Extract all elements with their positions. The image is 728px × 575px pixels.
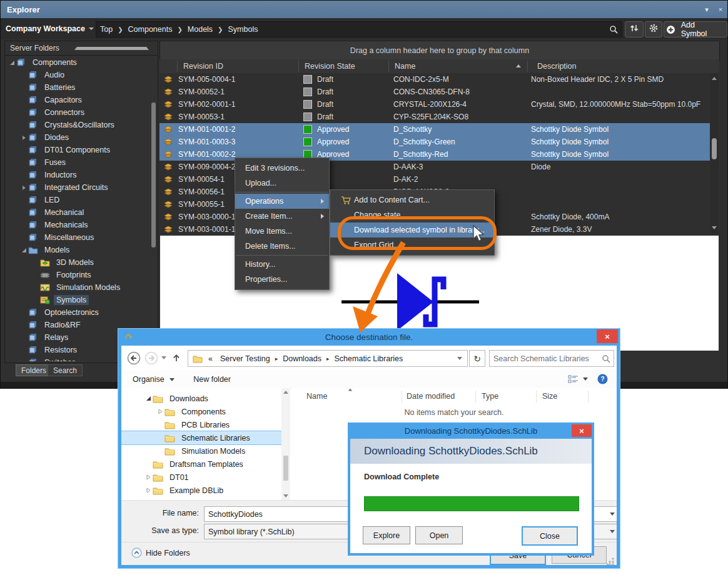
- column-description[interactable]: Description: [532, 59, 712, 73]
- sidebar-item-dt01-components[interactable]: DT01 Components: [5, 144, 149, 156]
- resize-grip[interactable]: [607, 558, 614, 565]
- sync-button[interactable]: [625, 21, 644, 38]
- address-downloads[interactable]: Downloads: [279, 354, 325, 363]
- sidebar-item-inductors[interactable]: Inductors: [5, 169, 149, 181]
- close-button[interactable]: Close: [522, 526, 578, 546]
- group-by-bar[interactable]: Drag a column header here to group by th…: [159, 41, 720, 61]
- sidebar-item-components[interactable]: Components: [5, 56, 149, 69]
- chevron-down-icon[interactable]: [610, 530, 615, 533]
- list-column-date-modified[interactable]: Date modified: [407, 392, 455, 401]
- organise-button[interactable]: Organise: [133, 375, 174, 384]
- breadcrumb-models[interactable]: Models: [184, 25, 216, 34]
- chevron-expanded-icon[interactable]: [8, 58, 16, 67]
- new-folder-button[interactable]: New folder: [193, 375, 231, 384]
- column-revision-id[interactable]: Revision ID: [178, 59, 302, 73]
- settings-button[interactable]: [645, 21, 662, 38]
- menu-item-edit-3-revisions[interactable]: Edit 3 revisions...: [235, 161, 329, 176]
- sidebar-item-crystals-oscillators[interactable]: Crystals&Oscillators: [5, 119, 149, 131]
- dest-tree-item-downloads[interactable]: Downloads: [121, 392, 281, 405]
- sidebar-item-3d-models[interactable]: 3D Models: [5, 256, 149, 269]
- list-column-size[interactable]: Size: [542, 392, 557, 401]
- scroll-up-icon[interactable]: [283, 391, 288, 394]
- dest-tree-item-simulation-models[interactable]: Simulation Models: [121, 444, 281, 458]
- sidebar-item-capacitors[interactable]: Capacitors: [5, 94, 149, 106]
- forward-icon[interactable]: [144, 351, 159, 365]
- address-schematic-libraries[interactable]: Schematic Libraries: [331, 354, 407, 363]
- list-column-name[interactable]: Name: [306, 392, 327, 401]
- sidebar-item-integrated-circuits[interactable]: Integrated Circuits: [5, 181, 149, 194]
- breadcrumb-components[interactable]: Components: [124, 25, 176, 34]
- dest-tree-item-example-dblib[interactable]: Example DBLib: [121, 484, 281, 497]
- sidebar-item-models[interactable]: Models: [5, 244, 149, 256]
- add-symbol-button[interactable]: Add Symbol: [664, 21, 727, 38]
- sidebar-item-simulation-models[interactable]: Simulation Models: [5, 281, 149, 294]
- chevron-expanded-icon[interactable]: [19, 246, 28, 254]
- dest-tree-item-components[interactable]: Components: [121, 405, 281, 418]
- table-row[interactable]: SYM-00053-1DraftCYP-S25FL204K-SO8: [159, 111, 710, 123]
- menu-item-add-to-content-cart[interactable]: Add to Content Cart...: [330, 192, 494, 208]
- tab-search[interactable]: Search: [48, 364, 83, 376]
- tree-scrollbar[interactable]: [281, 388, 290, 500]
- chevron-down-icon[interactable]: [610, 512, 615, 516]
- sidebar-item-miscellaneous[interactable]: Miscellaneous: [5, 231, 149, 244]
- search-box[interactable]: [489, 350, 614, 367]
- menu-item-create-item[interactable]: Create Item...: [235, 209, 329, 224]
- chevron-collapsed-icon[interactable]: [19, 133, 28, 142]
- breadcrumb-top[interactable]: Top: [96, 25, 116, 34]
- menu-item-properties[interactable]: Properties...: [235, 272, 329, 287]
- sidebar-item-fuses[interactable]: Fuses: [5, 156, 149, 169]
- chevron-collapsed-icon[interactable]: [144, 473, 153, 482]
- menu-item-operations[interactable]: Operations: [235, 194, 329, 209]
- address-separator-icon[interactable]: ▸: [325, 356, 331, 362]
- sidebar-item-footprints[interactable]: Footprints: [5, 269, 149, 281]
- list-column-type[interactable]: Type: [482, 392, 498, 401]
- menu-item-delete-items[interactable]: Delete Items...: [235, 239, 329, 254]
- sidebar-item-led[interactable]: LED: [5, 194, 149, 206]
- column-revision-state[interactable]: Revision State: [300, 59, 395, 73]
- address-server-testing[interactable]: Server Testing: [216, 354, 274, 363]
- up-icon[interactable]: [169, 352, 184, 364]
- tab-folders[interactable]: Folders: [16, 364, 52, 376]
- open-button[interactable]: Open: [415, 526, 463, 544]
- table-row[interactable]: SYM-005-0004-1DraftCON-IDC-2x5-MNon-Boxe…: [159, 73, 710, 86]
- table-row[interactable]: SYM-001-0001-2ApprovedD_SchottkySchottky…: [159, 123, 710, 136]
- menu-item-export-grid[interactable]: Export Grid...: [330, 238, 494, 252]
- scroll-up-icon[interactable]: [712, 77, 717, 80]
- address-separator-icon[interactable]: ▸: [274, 356, 280, 362]
- scroll-down-icon[interactable]: [712, 226, 717, 229]
- scrollbar-thumb[interactable]: [712, 138, 717, 159]
- sidebar-item-symbols[interactable]: Symbols: [5, 294, 149, 306]
- back-icon[interactable]: [126, 351, 141, 365]
- explore-button[interactable]: Explore: [363, 526, 410, 544]
- help-icon[interactable]: ?: [588, 374, 617, 384]
- refresh-icon[interactable]: ↻: [469, 350, 485, 367]
- chevron-expanded-icon[interactable]: [144, 394, 153, 403]
- sidebar-item-mechanical[interactable]: Mechanical: [5, 206, 149, 219]
- menu-item-download-selected-symbol-in-library[interactable]: Download selected symbol in library...: [330, 222, 494, 238]
- close-icon[interactable]: ×: [597, 329, 618, 343]
- sidebar-item-connectors[interactable]: Connectors: [5, 106, 149, 119]
- table-row[interactable]: SYM-00052-1DraftCONS-CN3065-DFN-8: [159, 86, 710, 98]
- sidebar-item-mechanicals[interactable]: Mechanicals: [5, 219, 149, 231]
- workspace-selector[interactable]: Company Workspace: [6, 22, 94, 36]
- sidebar-item-batteries[interactable]: Batteries: [5, 81, 149, 94]
- close-icon[interactable]: ×: [714, 6, 727, 13]
- sidebar-item-audio[interactable]: Audio: [5, 69, 149, 81]
- panel-menu-icon[interactable]: ▾: [700, 6, 714, 14]
- address-bar[interactable]: « Server Testing▸Downloads▸Schematic Lib…: [188, 350, 468, 367]
- scroll-down-icon[interactable]: [283, 494, 288, 498]
- chevron-collapsed-icon[interactable]: [156, 408, 164, 416]
- search-input[interactable]: [490, 354, 599, 363]
- dest-tree-item-schematic-libraries[interactable]: Schematic Libraries: [121, 431, 281, 444]
- breadcrumb-symbols[interactable]: Symbols: [225, 25, 262, 34]
- scrollbar-thumb[interactable]: [283, 456, 288, 481]
- collapse-icon[interactable]: [74, 47, 149, 50]
- dest-tree-item-draftsman-templates[interactable]: Draftsman Templates: [121, 458, 281, 471]
- sidebar-item-optoelectronics[interactable]: Optoelectronics: [5, 306, 149, 319]
- scrollbar-thumb[interactable]: [151, 102, 156, 248]
- table-row[interactable]: SYM-002-0001-1DraftCRYSTAL-200X126-4Crys…: [159, 98, 710, 111]
- dest-tree-item-dt01[interactable]: DT01: [121, 471, 281, 484]
- menu-item-change-state[interactable]: Change state...: [330, 208, 494, 222]
- chevron-collapsed-icon[interactable]: [19, 183, 28, 192]
- menu-item-move-items[interactable]: Move Items...: [235, 224, 329, 239]
